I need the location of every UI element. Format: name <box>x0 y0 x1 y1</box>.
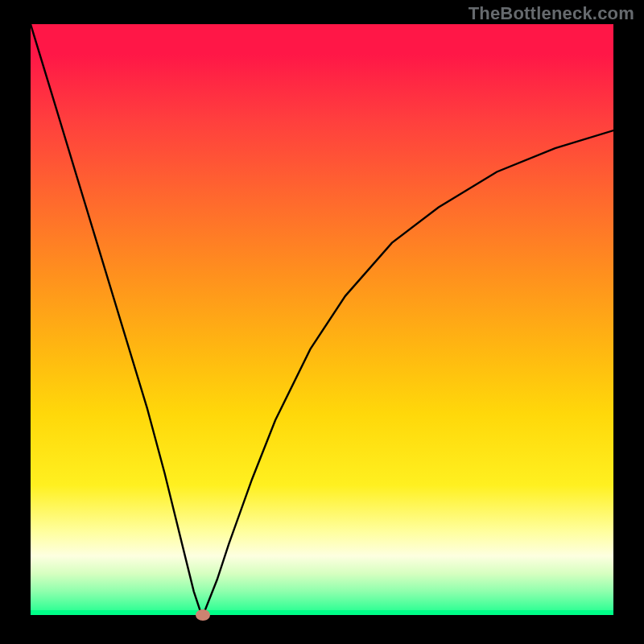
plot-area <box>31 24 613 615</box>
watermark-text: TheBottleneck.com <box>469 3 634 24</box>
optimal-point-marker <box>196 609 210 621</box>
curve-svg <box>31 24 613 615</box>
chart-frame: TheBottleneck.com <box>0 0 644 644</box>
bottleneck-curve-path <box>31 24 613 615</box>
